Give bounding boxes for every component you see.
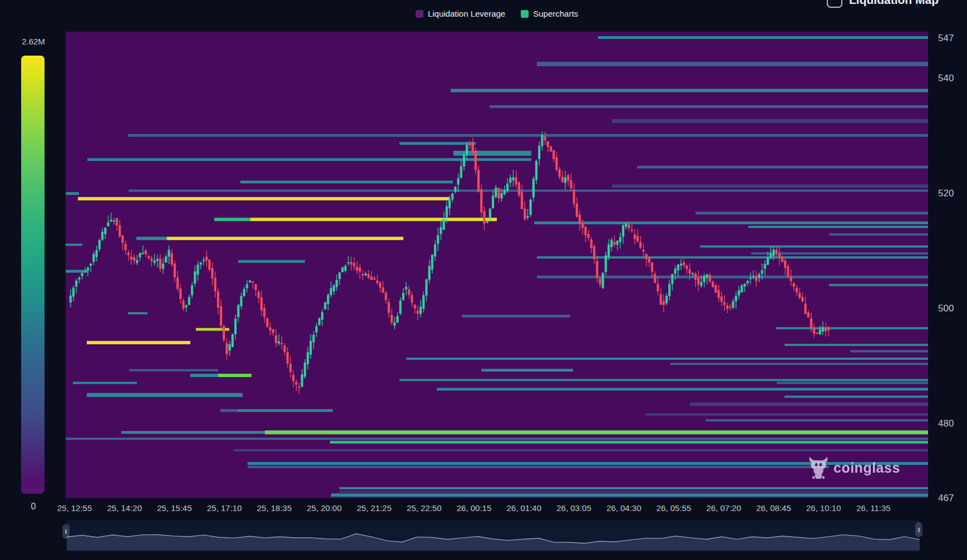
legend-item-supercharts[interactable]: Supercharts (521, 9, 578, 18)
colorbar-max-label: 2.62M (10, 37, 57, 46)
navigator-area-canvas[interactable] (67, 521, 920, 551)
legend-label: Supercharts (533, 9, 578, 18)
colorbar-gradient (21, 56, 45, 494)
time-axis-label: 25, 12:55 (57, 503, 92, 513)
time-axis-label: 26, 00:15 (457, 503, 492, 513)
price-axis-label: 500 (938, 303, 954, 314)
coinglass-watermark-text: coinglass (833, 460, 900, 476)
liquidation-map-toggle[interactable]: Liquidation Map (827, 0, 939, 8)
chart-legend: Liquidation Leverage Supercharts (66, 9, 928, 18)
price-axis-label: 547 (938, 33, 954, 44)
liquidation-map-app: Liquidation Leverage Supercharts Liquida… (0, 0, 967, 560)
main-chart-area (66, 32, 928, 498)
supercharts-swatch-icon (521, 10, 529, 18)
price-axis-label: 540 (938, 73, 954, 84)
time-axis-label: 26, 11:35 (856, 503, 890, 513)
time-axis-label: 26, 08:45 (756, 503, 791, 513)
time-axis-label: 26, 01:40 (506, 503, 541, 513)
coinglass-bull-icon (808, 456, 829, 479)
time-axis-label: 26, 04:30 (606, 503, 642, 513)
navigator-right-handle[interactable]: ‖ (915, 522, 922, 537)
legend-item-liquidation-leverage[interactable]: Liquidation Leverage (416, 9, 505, 18)
time-axis-label: 26, 07:20 (706, 503, 741, 513)
time-axis-label: 25, 15:45 (157, 503, 192, 513)
time-axis-label: 25, 17:10 (207, 503, 242, 513)
liquidation-map-checkbox[interactable] (827, 0, 842, 8)
colorbar-min-label: 0 (10, 502, 57, 512)
liquidation-leverage-swatch-icon (416, 10, 423, 18)
time-axis-label: 25, 14:20 (107, 503, 142, 513)
price-axis-label: 480 (938, 418, 954, 429)
time-axis-label: 26, 05:55 (657, 503, 692, 513)
time-axis-label: 25, 22:50 (407, 503, 442, 513)
coinglass-watermark: coinglass (808, 456, 900, 479)
price-axis-label: 520 (938, 188, 954, 199)
liquidation-map-label: Liquidation Map (849, 0, 939, 7)
time-axis-label: 26, 10:10 (806, 503, 841, 513)
navigator-left-handle[interactable]: ‖ (62, 524, 70, 539)
price-axis-label: 467 (938, 493, 954, 504)
time-axis-label: 25, 21:25 (357, 503, 392, 513)
time-axis-label: 26, 03:05 (556, 503, 591, 513)
range-navigator[interactable] (67, 521, 920, 551)
legend-label: Liquidation Leverage (428, 9, 505, 18)
time-axis-label: 25, 20:00 (307, 503, 342, 513)
liquidation-heatmap-canvas[interactable] (66, 32, 928, 498)
time-axis-label: 25, 18:35 (257, 503, 292, 513)
